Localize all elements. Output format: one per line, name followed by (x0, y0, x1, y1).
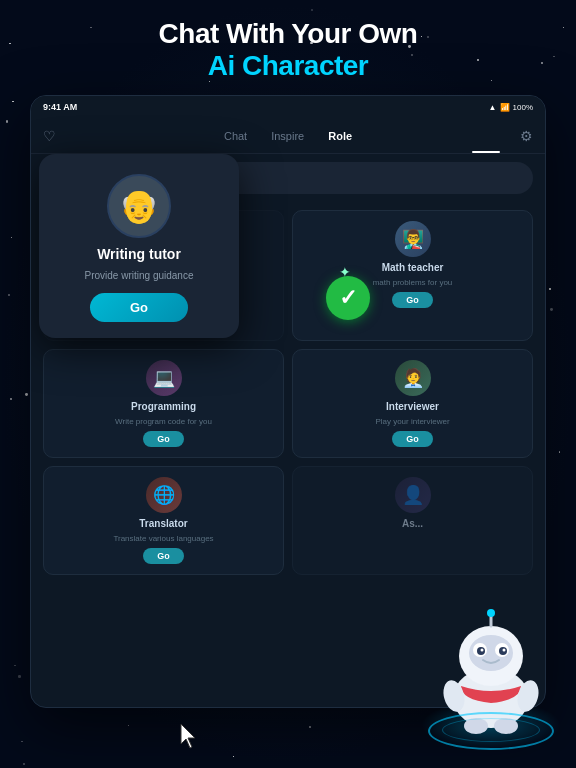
translator-avatar: 🌐 (146, 477, 182, 513)
battery-icon: 100% (513, 103, 533, 112)
popup-avatar: 👴 (107, 174, 171, 238)
svg-point-8 (503, 649, 506, 652)
interviewer-subtitle: Play your interviewer (375, 417, 449, 426)
prog-avatar: 💻 (146, 360, 182, 396)
translator-title: Translator (139, 518, 187, 529)
popup-description: Provide writing guidance (85, 270, 194, 281)
cursor-pointer (178, 722, 198, 750)
translator-go-button[interactable]: Go (143, 548, 184, 564)
robot-platform-inner (442, 718, 540, 742)
signal-icon: ▲ (489, 103, 497, 112)
status-icons: ▲ 📶 100% (489, 103, 533, 112)
nav-active-indicator (472, 151, 500, 153)
interviewer-title: Interviewer (386, 401, 439, 412)
nav-chat[interactable]: Chat (224, 130, 247, 142)
prog-title: Programming (131, 401, 196, 412)
prog-go-button[interactable]: Go (143, 431, 184, 447)
nav-role[interactable]: Role (328, 130, 352, 142)
svg-point-7 (481, 649, 484, 652)
translator-subtitle: Translate various languages (113, 534, 213, 543)
card-translator[interactable]: 🌐 Translator Translate various languages… (43, 466, 284, 575)
popup-card: 👴 Writing tutor Provide writing guidance… (39, 154, 239, 338)
status-bar: 9:41 AM ▲ 📶 100% (31, 96, 545, 118)
math-title: Math teacher (382, 262, 444, 273)
hero-line1: Chat With Your Own (0, 18, 576, 50)
hero-line2: Ai Character (0, 50, 576, 82)
hero-section: Chat With Your Own Ai Character (0, 18, 576, 82)
popup-name: Writing tutor (97, 246, 181, 262)
card-math-teacher[interactable]: 👨‍🏫 Math teacher math problems for you G… (292, 210, 533, 341)
gear-icon[interactable]: ⚙ (520, 128, 533, 144)
interviewer-avatar: 🧑‍💼 (395, 360, 431, 396)
heart-icon[interactable]: ♡ (43, 128, 56, 144)
card-programming[interactable]: 💻 Programming Write program code for you… (43, 349, 284, 458)
math-subtitle: math problems for you (373, 278, 453, 287)
interviewer-go-button[interactable]: Go (392, 431, 433, 447)
other-title: As... (402, 518, 423, 529)
wifi-icon: 📶 (500, 103, 510, 112)
popup-go-button[interactable]: Go (90, 293, 188, 322)
math-avatar: 👨‍🏫 (395, 221, 431, 257)
svg-point-10 (487, 609, 495, 617)
card-other[interactable]: 👤 As... (292, 466, 533, 575)
nav-bar: ♡ Chat Inspire Role ⚙ (31, 118, 545, 154)
other-avatar: 👤 (395, 477, 431, 513)
status-time: 9:41 AM (43, 102, 77, 112)
math-go-button[interactable]: Go (392, 292, 433, 308)
sparkle-icon: ✦ (339, 264, 351, 280)
check-badge (326, 276, 370, 320)
nav-inspire[interactable]: Inspire (271, 130, 304, 142)
prog-subtitle: Write program code for you (115, 417, 212, 426)
card-interviewer[interactable]: 🧑‍💼 Interviewer Play your interviewer Go (292, 349, 533, 458)
